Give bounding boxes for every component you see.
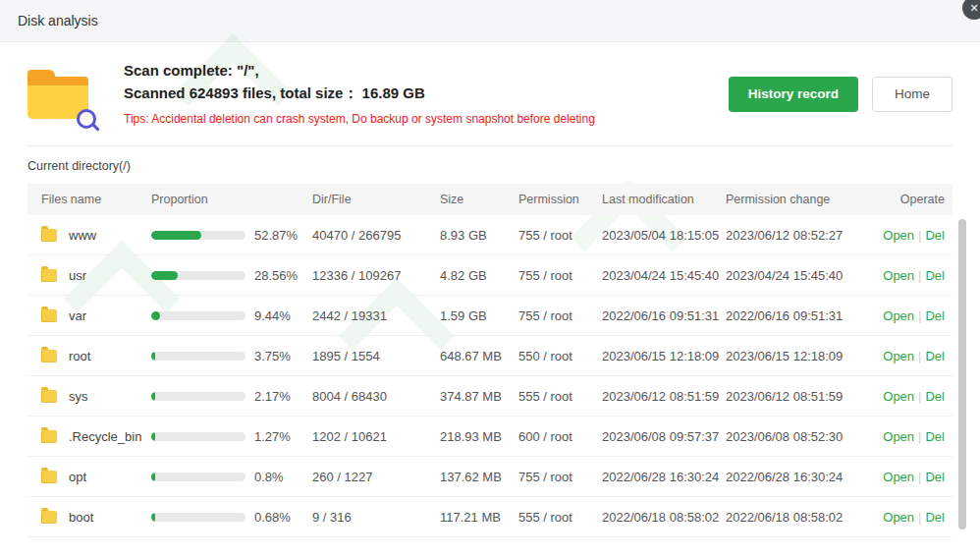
table-row: usr 28.56% 12336 / 109267 4.82 GB 755 / … bbox=[27, 255, 953, 296]
last-modification-value: 2022/06/18 08:58:02 bbox=[600, 497, 724, 537]
size-value: 1.59 GB bbox=[438, 296, 517, 336]
del-link[interactable]: Del bbox=[925, 308, 945, 323]
permission-value: 755 / root bbox=[517, 457, 600, 497]
open-link[interactable]: Open bbox=[883, 228, 914, 243]
table-scrollbar[interactable] bbox=[958, 219, 966, 529]
folder-icon bbox=[41, 309, 57, 322]
dir-file-count: 2442 / 19331 bbox=[310, 296, 438, 336]
action-separator: | bbox=[918, 429, 921, 444]
last-modification-value: 2023/05/04 18:15:05 bbox=[600, 215, 724, 255]
magnifier-icon bbox=[77, 109, 96, 129]
file-name: var bbox=[69, 308, 86, 323]
col-size: Size bbox=[438, 184, 517, 215]
proportion-fill bbox=[151, 473, 155, 481]
file-name: opt bbox=[69, 470, 86, 484]
open-link[interactable]: Open bbox=[883, 510, 914, 525]
table-row: opt 0.8% 260 / 1227 137.62 MB 755 / root… bbox=[27, 457, 953, 497]
file-name: sys bbox=[69, 389, 88, 404]
scan-complete-text: Scan complete: "/", bbox=[124, 62, 709, 79]
del-link[interactable]: Del bbox=[925, 470, 945, 484]
del-link[interactable]: Del bbox=[925, 389, 945, 404]
last-modification-value: 2023/06/15 12:18:09 bbox=[600, 336, 724, 376]
del-link[interactable]: Del bbox=[925, 510, 945, 525]
table-header: Files name Proportion Dir/File Size Perm… bbox=[27, 184, 953, 215]
del-link[interactable]: Del bbox=[925, 349, 945, 363]
file-name: root bbox=[69, 349, 90, 363]
size-value: 374.87 MB bbox=[438, 376, 517, 417]
action-separator: | bbox=[918, 268, 921, 283]
open-link[interactable]: Open bbox=[883, 268, 914, 283]
header-divider bbox=[27, 145, 953, 146]
dir-file-count: 12336 / 109267 bbox=[310, 255, 438, 296]
folder-icon bbox=[41, 269, 57, 282]
proportion-fill bbox=[151, 231, 201, 240]
permission-value: 755 / root bbox=[517, 296, 600, 336]
action-separator: | bbox=[918, 308, 921, 323]
action-separator: | bbox=[918, 470, 921, 484]
current-directory-label: Current directory(/) bbox=[27, 159, 953, 173]
history-record-button[interactable]: History record bbox=[729, 77, 858, 112]
del-link[interactable]: Del bbox=[925, 268, 945, 283]
col-files-name: Files name bbox=[27, 184, 149, 215]
col-permission-change: Permission change bbox=[724, 184, 845, 215]
permission-change-value: 2022/06/16 09:51:31 bbox=[724, 296, 845, 336]
disk-analysis-window: Disk analysis ✕ Scan complete: "/", Scan… bbox=[0, 0, 980, 557]
dir-file-count: 260 / 1227 bbox=[310, 457, 438, 497]
open-link[interactable]: Open bbox=[883, 349, 914, 363]
del-link[interactable]: Del bbox=[925, 429, 945, 444]
permission-change-value: 2022/06/18 08:58:02 bbox=[724, 497, 845, 537]
open-link[interactable]: Open bbox=[883, 308, 914, 323]
home-button[interactable]: Home bbox=[872, 77, 953, 112]
last-modification-value: 2022/06/28 16:30:24 bbox=[600, 457, 724, 497]
proportion-value: 1.27% bbox=[254, 429, 291, 444]
titlebar: Disk analysis bbox=[0, 0, 980, 42]
permission-value: 755 / root bbox=[517, 255, 600, 296]
permission-value: 550 / root bbox=[517, 336, 600, 376]
dir-file-count: 1895 / 1554 bbox=[310, 336, 438, 376]
col-last-modification: Last modification bbox=[600, 184, 724, 215]
folder-icon bbox=[41, 350, 57, 362]
window-title: Disk analysis bbox=[18, 13, 98, 28]
last-modification-value: 2023/04/24 15:45:40 bbox=[600, 255, 724, 296]
proportion-bar bbox=[151, 392, 245, 401]
proportion-bar bbox=[151, 473, 245, 481]
proportion-value: 28.56% bbox=[254, 268, 298, 283]
folder-icon bbox=[41, 390, 57, 403]
permission-value: 555 / root bbox=[517, 497, 600, 537]
permission-change-value: 2023/06/15 12:18:09 bbox=[724, 336, 845, 376]
open-link[interactable]: Open bbox=[883, 429, 914, 444]
proportion-bar bbox=[151, 231, 245, 240]
del-link[interactable]: Del bbox=[925, 228, 945, 243]
size-value: 117.21 MB bbox=[438, 497, 517, 537]
table-row: var 9.44% 2442 / 19331 1.59 GB 755 / roo… bbox=[27, 296, 953, 336]
proportion-value: 9.44% bbox=[254, 308, 291, 323]
permission-change-value: 2023/04/24 15:45:40 bbox=[724, 255, 845, 296]
table-row: sys 2.17% 8004 / 68430 374.87 MB 555 / r… bbox=[27, 376, 953, 417]
proportion-fill bbox=[151, 432, 155, 441]
proportion-fill bbox=[151, 271, 178, 280]
table-row: .Recycle_bin 1.27% 1202 / 10621 218.93 M… bbox=[27, 417, 953, 457]
file-name: boot bbox=[69, 510, 93, 525]
col-permission: Permission bbox=[517, 184, 600, 215]
permission-change-value: 2023/06/12 08:52:27 bbox=[724, 215, 845, 255]
last-modification-value: 2023/06/12 08:51:59 bbox=[600, 376, 724, 417]
file-name: www bbox=[69, 228, 96, 243]
proportion-fill bbox=[151, 392, 155, 401]
main-content: Scan complete: "/", Scanned 624893 files… bbox=[0, 62, 980, 537]
permission-change-value: 2022/06/28 16:30:24 bbox=[724, 457, 845, 497]
open-link[interactable]: Open bbox=[883, 470, 914, 484]
size-value: 8.93 GB bbox=[438, 215, 517, 255]
table-body: www 52.87% 40470 / 266795 8.93 GB 755 / … bbox=[27, 215, 953, 537]
file-name: usr bbox=[69, 268, 86, 283]
proportion-fill bbox=[151, 311, 160, 320]
proportion-value: 0.68% bbox=[254, 510, 291, 525]
open-link[interactable]: Open bbox=[883, 389, 914, 404]
dir-file-count: 1202 / 10621 bbox=[310, 417, 438, 457]
size-value: 4.82 GB bbox=[438, 255, 517, 296]
table-row: root 3.75% 1895 / 1554 648.67 MB 550 / r… bbox=[27, 336, 953, 376]
size-value: 648.67 MB bbox=[438, 336, 517, 376]
permission-value: 755 / root bbox=[517, 215, 600, 255]
folder-icon bbox=[41, 511, 57, 524]
table-row: boot 0.68% 9 / 316 117.21 MB 555 / root … bbox=[27, 497, 953, 537]
file-name: .Recycle_bin bbox=[69, 429, 141, 444]
